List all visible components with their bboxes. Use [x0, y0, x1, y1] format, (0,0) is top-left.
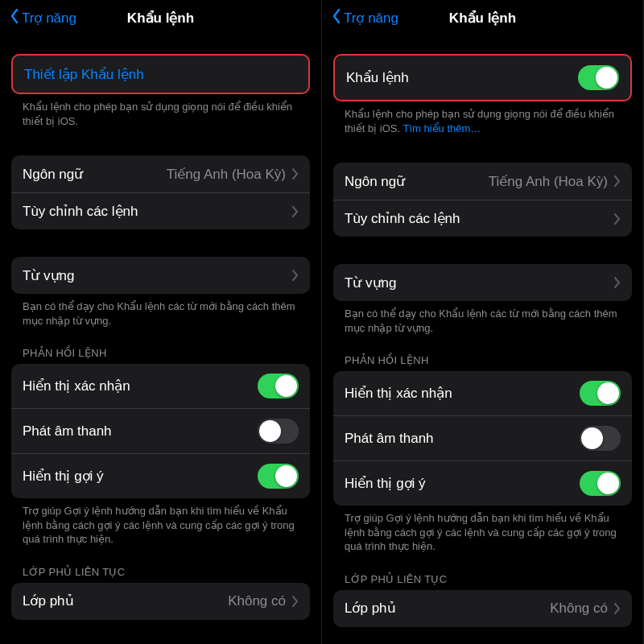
screen-right: Trợ năng Khẩu lệnh Khẩu lệnh Khẩu lệnh c…	[322, 0, 644, 644]
voice-control-row: Khẩu lệnh	[335, 56, 630, 100]
confirm-label: Hiển thị xác nhận	[23, 378, 258, 394]
chevron-right-icon	[614, 277, 621, 288]
overlay-label: Lớp phủ	[345, 600, 550, 617]
back-label: Trợ năng	[22, 10, 76, 27]
language-label: Ngôn ngữ	[345, 173, 489, 190]
learn-more-link[interactable]: Tìm hiểu thêm…	[402, 122, 481, 134]
show-hints-row: Hiển thị gợi ý	[333, 460, 632, 506]
setup-footer: Khẩu lệnh cho phép bạn sử dụng giọng nói…	[11, 94, 310, 128]
back-button[interactable]: Trợ năng	[332, 8, 398, 28]
voice-control-label: Khẩu lệnh	[346, 69, 578, 86]
overlay-header: LỚP PHỦ LIÊN TỤC	[333, 554, 632, 590]
customize-label: Tùy chỉnh các lệnh	[345, 210, 614, 227]
chevron-right-icon	[614, 175, 621, 187]
overlay-header: LỚP PHỦ LIÊN TỤC	[11, 547, 310, 583]
hints-label: Hiển thị gợi ý	[345, 475, 580, 492]
show-hints-row: Hiển thị gợi ý	[11, 453, 310, 498]
customize-commands-row[interactable]: Tùy chỉnh các lệnh	[11, 192, 310, 229]
feedback-group: Hiển thị xác nhận Phát âm thanh Hiển thị…	[333, 371, 632, 506]
language-row[interactable]: Ngôn ngữ Tiếng Anh (Hoa Kỳ)	[333, 163, 632, 200]
language-value: Tiếng Anh (Hoa Kỳ)	[167, 166, 286, 183]
vocab-footer: Bạn có thể dạy cho Khẩu lệnh các từ mới …	[11, 294, 310, 328]
chevron-right-icon	[292, 168, 299, 180]
chevron-right-icon	[292, 270, 299, 281]
play-sound-row: Phát âm thanh	[11, 408, 310, 453]
feedback-footer: Trợ giúp Gợi ý lệnh hướng dẫn bạn khi tì…	[333, 506, 632, 554]
language-label: Ngôn ngữ	[23, 166, 167, 183]
setup-group: Thiết lập Khẩu lệnh	[11, 54, 310, 94]
feedback-footer: Trợ giúp Gợi ý lệnh hướng dẫn bạn khi tì…	[11, 498, 310, 547]
customize-label: Tùy chỉnh các lệnh	[23, 203, 292, 220]
screen-left: Trợ năng Khẩu lệnh Thiết lập Khẩu lệnh K…	[0, 0, 322, 644]
play-sound-row: Phát âm thanh	[333, 415, 632, 460]
play-sound-toggle[interactable]	[580, 426, 621, 451]
show-confirmation-toggle[interactable]	[580, 381, 621, 406]
back-button[interactable]: Trợ năng	[10, 8, 76, 28]
page-title: Khẩu lệnh	[449, 10, 516, 27]
content: Thiết lập Khẩu lệnh Khẩu lệnh cho phép b…	[0, 39, 321, 644]
customize-commands-row[interactable]: Tùy chỉnh các lệnh	[333, 200, 632, 237]
overlay-label: Lớp phủ	[23, 592, 228, 609]
play-sound-toggle[interactable]	[258, 419, 299, 444]
back-label: Trợ năng	[344, 10, 398, 27]
feedback-header: PHẢN HỒI LỆNH	[11, 328, 310, 364]
page-title: Khẩu lệnh	[127, 10, 194, 27]
chevron-right-icon	[292, 206, 299, 217]
overlay-group: Lớp phủ Không có	[333, 590, 632, 627]
hints-label: Hiển thị gợi ý	[23, 468, 258, 485]
language-group: Ngôn ngữ Tiếng Anh (Hoa Kỳ) Tùy chỉnh cá…	[333, 163, 632, 237]
feedback-header: PHẢN HỒI LỆNH	[333, 335, 632, 371]
show-confirmation-row: Hiển thị xác nhận	[11, 364, 310, 408]
vocab-label: Từ vựng	[23, 267, 292, 284]
vocab-footer: Bạn có thể dạy cho Khẩu lệnh các từ mới …	[333, 301, 632, 335]
language-group: Ngôn ngữ Tiếng Anh (Hoa Kỳ) Tùy chỉnh cá…	[11, 155, 310, 229]
vocab-group: Từ vựng	[333, 264, 632, 301]
overlay-row[interactable]: Lớp phủ Không có	[11, 583, 310, 620]
overlay-value: Không có	[228, 593, 286, 609]
content: Khẩu lệnh Khẩu lệnh cho phép bạn sử dụng…	[322, 39, 643, 644]
show-confirmation-row: Hiển thị xác nhận	[333, 371, 632, 415]
vocab-group: Từ vựng	[11, 257, 310, 294]
vocab-label: Từ vựng	[345, 275, 614, 291]
show-hints-toggle[interactable]	[580, 471, 621, 496]
sound-label: Phát âm thanh	[345, 431, 580, 447]
navbar: Trợ năng Khẩu lệnh	[322, 0, 643, 39]
chevron-left-icon	[10, 8, 19, 28]
setup-label: Thiết lập Khẩu lệnh	[24, 66, 297, 83]
overlay-group: Lớp phủ Không có	[11, 583, 310, 620]
vocabulary-row[interactable]: Từ vựng	[11, 257, 310, 294]
vocabulary-row[interactable]: Từ vựng	[333, 264, 632, 301]
voice-control-footer: Khẩu lệnh cho phép bạn sử dụng giọng nói…	[333, 101, 632, 135]
voice-control-toggle[interactable]	[578, 65, 619, 90]
chevron-left-icon	[332, 8, 341, 28]
overlay-value: Không có	[550, 601, 608, 617]
language-row[interactable]: Ngôn ngữ Tiếng Anh (Hoa Kỳ)	[11, 155, 310, 192]
language-value: Tiếng Anh (Hoa Kỳ)	[489, 173, 608, 190]
show-confirmation-toggle[interactable]	[258, 374, 299, 398]
chevron-right-icon	[292, 596, 299, 607]
navbar: Trợ năng Khẩu lệnh	[0, 0, 321, 39]
show-hints-toggle[interactable]	[258, 464, 299, 489]
sound-label: Phát âm thanh	[23, 423, 258, 440]
confirm-label: Hiển thị xác nhận	[345, 385, 580, 402]
feedback-group: Hiển thị xác nhận Phát âm thanh Hiển thị…	[11, 364, 310, 498]
chevron-right-icon	[614, 213, 621, 225]
chevron-right-icon	[614, 603, 621, 614]
voice-control-toggle-group: Khẩu lệnh	[333, 54, 632, 101]
setup-voice-control-row[interactable]: Thiết lập Khẩu lệnh	[13, 56, 308, 93]
overlay-row[interactable]: Lớp phủ Không có	[333, 590, 632, 627]
